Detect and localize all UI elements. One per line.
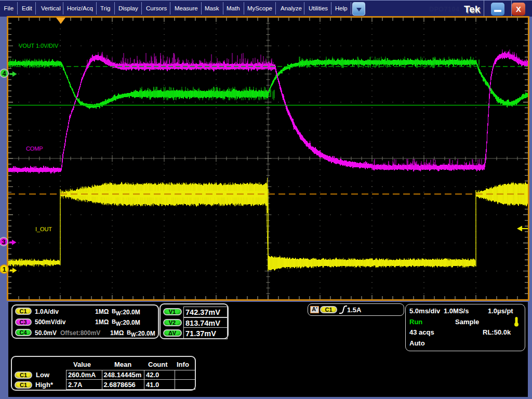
svg-text:VOUT 1.0V/DIV: VOUT 1.0V/DIV (19, 43, 59, 49)
svg-text:COMP: COMP (26, 145, 43, 152)
svg-text:I_OUT: I_OUT (35, 226, 52, 232)
